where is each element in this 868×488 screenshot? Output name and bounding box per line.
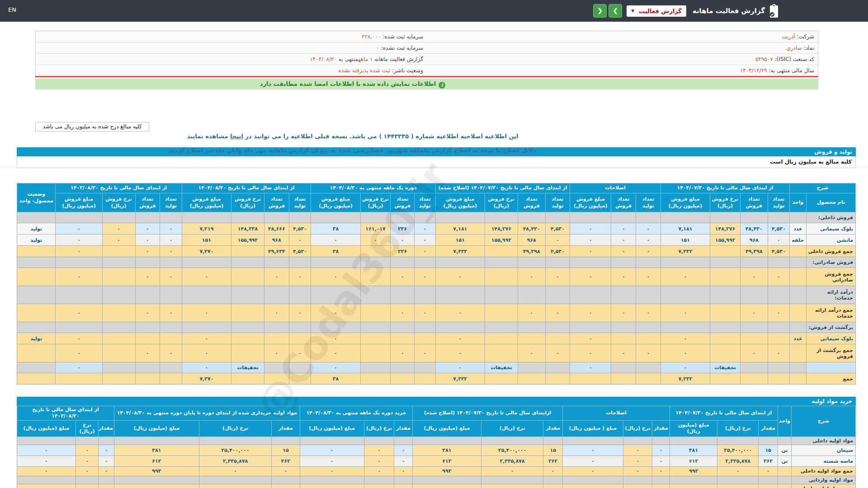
data-cell <box>17 212 56 223</box>
category-row: فروش صادراتی: <box>17 257 856 268</box>
data-cell: ۰ <box>17 466 76 476</box>
info-label: سرمایه ثبت شده: <box>381 33 423 40</box>
header-cell: واحد <box>790 193 806 212</box>
data-cell <box>135 212 160 223</box>
data-cell: ۱۵ <box>759 445 778 455</box>
header-cell: مبلغ (میلیون ریال) <box>300 420 364 436</box>
data-cell: ۰ <box>56 246 102 257</box>
data-cell <box>264 322 289 333</box>
data-cell: ۰ <box>518 304 545 322</box>
header-cell: نرخ (ریال) <box>623 420 652 436</box>
data-cell: ۰ <box>364 466 394 476</box>
data-cell <box>17 257 56 268</box>
data-cell <box>264 286 289 304</box>
data-cell <box>99 476 114 484</box>
info-value: ۱ ماهه <box>358 56 373 62</box>
next-report-button[interactable]: ❯ <box>609 4 622 18</box>
data-cell: جمع فروش داخلی <box>806 246 855 257</box>
data-cell <box>611 286 636 304</box>
data-cell <box>710 246 741 257</box>
previous-report-button[interactable]: ❮ <box>593 4 607 18</box>
data-cell <box>485 373 518 385</box>
data-cell <box>570 322 611 333</box>
header-cell: نرخ فروش (ریال) <box>710 193 741 212</box>
header-cell: از ابتدای سال مالی تا تاریخ ۱۴۰۴/۰۸/۳۰ <box>182 183 311 193</box>
data-cell: ۰ <box>391 268 415 286</box>
category-row: مواد اولیه داخلی <box>17 436 856 445</box>
data-cell <box>570 373 611 385</box>
data-cell <box>710 373 741 385</box>
data-cell <box>160 212 182 223</box>
data-cell: ۰ <box>570 223 611 235</box>
data-cell: ۱۴۸,۲۷۶ <box>710 223 741 235</box>
previous-version-link[interactable]: اینجا <box>230 133 243 140</box>
data-cell: ۰ <box>623 466 652 476</box>
data-cell: بلوک سیمانی <box>806 333 855 344</box>
data-cell <box>391 362 415 373</box>
data-cell: تخفیفات <box>485 362 518 373</box>
column-header-row: مقدارنرخ (ریال)مبلغ (میلیون ریال)مقدارنر… <box>17 420 856 436</box>
data-cell: ۰ <box>17 484 76 488</box>
data-cell: ۰ <box>56 333 102 344</box>
data-cell <box>391 373 415 385</box>
data-cell <box>562 476 623 484</box>
data-cell <box>415 362 436 373</box>
data-cell: ۰ <box>660 333 710 344</box>
data-cell <box>759 436 778 445</box>
language-toggle-en[interactable]: EN <box>8 6 16 13</box>
data-cell: ۰ <box>543 466 563 476</box>
data-cell <box>790 362 806 373</box>
data-cell <box>710 257 741 268</box>
data-cell: ۰ <box>570 268 611 286</box>
data-cell: ۱۵۱ <box>660 235 710 246</box>
header-cell: نرخ فروش (ریال) <box>360 193 391 212</box>
data-cell: مانشن <box>806 235 855 246</box>
data-cell: ۹۶۸ <box>518 235 545 246</box>
data-cell: ۰ <box>311 362 360 373</box>
data-cell: ۰ <box>199 466 272 476</box>
data-cell: ۰ <box>300 455 364 466</box>
header-cell: از ابتدای سال مالی تا تاریخ ۱۴۰۳/۰۸/۳۰ <box>17 406 114 421</box>
data-cell <box>231 304 264 322</box>
data-cell: ۰ <box>99 445 114 455</box>
header-cell: تعداد تولید <box>545 193 570 212</box>
data-cell <box>360 322 391 333</box>
header-cell: نرخ (ریال) <box>199 420 272 436</box>
data-cell: ۰ <box>182 304 231 322</box>
data-cell: ۰ <box>660 268 710 286</box>
data-cell <box>102 333 135 344</box>
info-row: کد صنعت (ISIC): ۵۴۹۵۰۷گزارش فعالیت ماهان… <box>36 54 818 65</box>
data-cell: جمع <box>806 373 855 385</box>
data-cell <box>485 333 518 344</box>
data-cell: ۰ <box>300 484 364 488</box>
data-cell: ۴,۵۳۰ <box>289 223 311 235</box>
info-cell: وضعیت ناشر: ثبت شده پذیرفته نشده <box>36 65 427 77</box>
data-cell: ۰ <box>562 484 623 488</box>
data-cell: ۰ <box>394 484 413 488</box>
data-cell <box>182 322 231 333</box>
amendment-note: این اطلاعیه اصلاحیه اطلاعیه شماره ( ۱۴۴۳… <box>187 133 518 140</box>
data-cell <box>435 322 485 333</box>
page-title: گزارش فعالیت ماهانه <box>693 7 765 15</box>
data-cell: ۰ <box>415 235 436 246</box>
data-cell <box>182 257 231 268</box>
data-cell <box>102 373 135 385</box>
header-cell: تعداد فروش <box>740 193 768 212</box>
data-cell: درآمد ارائه خدمات: <box>806 286 855 304</box>
data-cell <box>660 257 710 268</box>
data-cell: ۰ <box>562 466 623 476</box>
data-cell: ۰ <box>415 304 436 322</box>
data-cell <box>102 322 135 333</box>
data-cell <box>485 212 518 223</box>
data-cell: ۰ <box>623 484 652 488</box>
data-cell: ۲۵,۴۰۰,۰۰۰ <box>481 445 543 455</box>
header-cell: مبلغ (میلیون ریال) <box>670 420 717 436</box>
report-type-dropdown[interactable]: گزارش فعالیت ▼ <box>627 5 686 17</box>
data-cell <box>391 257 415 268</box>
data-cell <box>102 344 135 362</box>
data-cell <box>135 257 160 268</box>
data-cell <box>160 373 182 385</box>
data-cell: ۴,۵۳۰ <box>289 246 311 257</box>
data-cell <box>415 322 436 333</box>
data-cell: ۱۵۱ <box>435 235 485 246</box>
